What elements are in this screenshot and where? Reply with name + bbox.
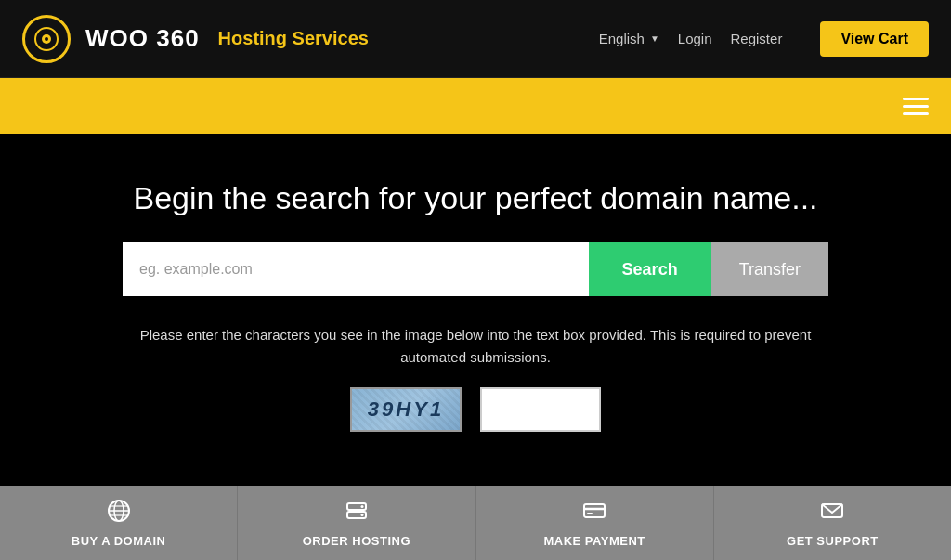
captcha-input[interactable]: [480, 387, 601, 432]
footer-label-make-payment: MAKE PAYMENT: [543, 534, 645, 548]
svg-rect-12: [584, 504, 605, 517]
page-wrapper: WOO 360 Hosting Services English ▼ Login…: [0, 0, 951, 560]
globe-icon: [107, 499, 131, 528]
credit-card-icon: [582, 499, 606, 528]
captcha-instructions: Please enter the characters you see in t…: [127, 324, 824, 369]
footer-label-buy-domain: BUY A DOMAIN: [72, 534, 166, 548]
header-divider: [801, 20, 801, 58]
login-link[interactable]: Login: [678, 31, 712, 46]
svg-point-10: [360, 505, 363, 508]
server-icon: [345, 499, 369, 528]
footer-item-order-hosting[interactable]: ORDER HOSTING: [238, 486, 476, 560]
chevron-down-icon: ▼: [650, 33, 659, 44]
hamburger-line-1: [903, 98, 929, 100]
language-selector[interactable]: English ▼: [599, 31, 659, 46]
svg-point-11: [360, 514, 363, 516]
register-link[interactable]: Register: [731, 31, 783, 46]
footer-label-get-support: GET SUPPORT: [787, 534, 879, 548]
view-cart-button[interactable]: View Cart: [820, 21, 929, 57]
hamburger-line-3: [903, 112, 929, 115]
language-label: English: [599, 31, 645, 46]
captcha-row: 39HY1: [350, 387, 601, 432]
brand-name: WOO 360: [85, 24, 200, 53]
main-content: Begin the search for your perfect domain…: [0, 134, 951, 469]
footer-bottom: BUY A DOMAIN ORDER HOSTING: [0, 486, 951, 560]
header: WOO 360 Hosting Services English ▼ Login…: [0, 0, 951, 78]
hamburger-menu[interactable]: [903, 98, 929, 115]
header-left: WOO 360 Hosting Services: [22, 15, 369, 63]
captcha-code: 39HY1: [368, 397, 444, 422]
hosting-services-label: Hosting Services: [218, 28, 369, 49]
search-heading: Begin the search for your perfect domain…: [133, 180, 817, 216]
footer-label-order-hosting: ORDER HOSTING: [303, 534, 410, 548]
search-bar: Search Transfer: [123, 242, 828, 296]
logo: [22, 15, 71, 63]
footer-item-get-support[interactable]: GET SUPPORT: [714, 486, 951, 560]
footer-item-buy-domain[interactable]: BUY A DOMAIN: [0, 486, 238, 560]
hamburger-line-2: [903, 105, 929, 108]
transfer-button[interactable]: Transfer: [711, 242, 828, 296]
envelope-icon: [820, 499, 844, 528]
domain-search-input[interactable]: [123, 242, 589, 296]
svg-point-2: [45, 37, 48, 41]
footer-item-make-payment[interactable]: MAKE PAYMENT: [476, 486, 714, 560]
svg-rect-14: [587, 513, 593, 514]
search-button[interactable]: Search: [589, 242, 711, 296]
captcha-image: 39HY1: [350, 387, 462, 432]
yellow-banner: [0, 78, 951, 134]
header-right: English ▼ Login Register View Cart: [599, 20, 929, 58]
